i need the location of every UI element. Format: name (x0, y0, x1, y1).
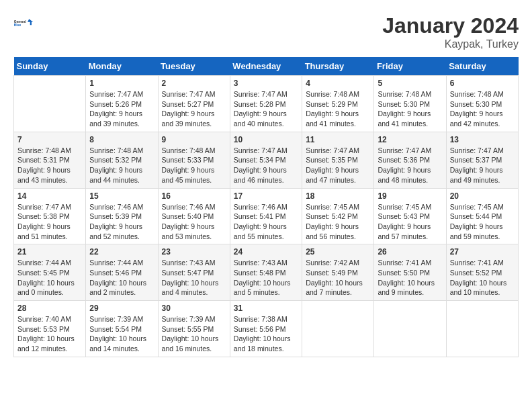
day-number: 12 (378, 135, 442, 144)
day-info: Sunrise: 7:47 AMSunset: 5:34 PMDaylight:… (234, 146, 298, 185)
calendar-cell: 18Sunrise: 7:45 AMSunset: 5:42 PMDayligh… (302, 188, 374, 244)
day-info: Sunrise: 7:48 AMSunset: 5:32 PMDaylight:… (89, 146, 154, 185)
calendar-cell: 20Sunrise: 7:45 AMSunset: 5:44 PMDayligh… (446, 188, 518, 244)
weekday-header-sunday: Sunday (14, 57, 86, 76)
day-number: 6 (450, 79, 515, 88)
calendar-cell: 23Sunrise: 7:43 AMSunset: 5:47 PMDayligh… (158, 244, 230, 301)
calendar-week-row: 21Sunrise: 7:44 AMSunset: 5:45 PMDayligh… (14, 244, 519, 301)
day-number: 13 (450, 135, 515, 144)
calendar-cell: 10Sunrise: 7:47 AMSunset: 5:34 PMDayligh… (230, 132, 302, 188)
day-info: Sunrise: 7:46 AMSunset: 5:41 PMDaylight:… (234, 202, 298, 242)
day-info: Sunrise: 7:45 AMSunset: 5:43 PMDaylight:… (378, 202, 442, 242)
calendar-cell: 12Sunrise: 7:47 AMSunset: 5:36 PMDayligh… (374, 132, 446, 188)
weekday-header-row: SundayMondayTuesdayWednesdayThursdayFrid… (14, 57, 519, 76)
calendar-cell: 4Sunrise: 7:48 AMSunset: 5:29 PMDaylight… (302, 76, 374, 132)
location-subtitle: Kaypak, Turkey (382, 38, 519, 50)
calendar-cell: 24Sunrise: 7:43 AMSunset: 5:48 PMDayligh… (230, 244, 302, 301)
day-number: 19 (378, 191, 442, 201)
weekday-header-wednesday: Wednesday (230, 57, 302, 76)
day-number: 10 (234, 135, 298, 144)
calendar-week-row: 28Sunrise: 7:40 AMSunset: 5:53 PMDayligh… (14, 301, 519, 357)
page-header: GeneralBlue January 2024 Kaypak, Turkey (13, 13, 519, 50)
day-number: 8 (89, 135, 154, 144)
calendar-cell: 22Sunrise: 7:44 AMSunset: 5:46 PMDayligh… (86, 244, 158, 301)
calendar-cell: 17Sunrise: 7:46 AMSunset: 5:41 PMDayligh… (230, 188, 302, 244)
calendar-cell: 29Sunrise: 7:39 AMSunset: 5:54 PMDayligh… (86, 301, 158, 357)
calendar-week-row: 7Sunrise: 7:48 AMSunset: 5:31 PMDaylight… (14, 132, 519, 188)
calendar-cell: 6Sunrise: 7:48 AMSunset: 5:30 PMDaylight… (446, 76, 518, 132)
day-number: 22 (89, 247, 154, 257)
day-number: 30 (162, 304, 226, 313)
svg-text:General: General (14, 20, 26, 24)
month-year-title: January 2024 (382, 13, 519, 38)
calendar-cell (14, 76, 86, 132)
day-number: 11 (306, 135, 370, 144)
day-number: 5 (378, 79, 442, 88)
calendar-cell: 13Sunrise: 7:47 AMSunset: 5:37 PMDayligh… (446, 132, 518, 188)
day-number: 9 (162, 135, 226, 144)
calendar-cell: 25Sunrise: 7:42 AMSunset: 5:49 PMDayligh… (302, 244, 374, 301)
day-number: 21 (17, 247, 82, 257)
calendar-cell: 27Sunrise: 7:41 AMSunset: 5:52 PMDayligh… (446, 244, 518, 301)
day-info: Sunrise: 7:47 AMSunset: 5:26 PMDaylight:… (89, 89, 154, 129)
day-info: Sunrise: 7:39 AMSunset: 5:55 PMDaylight:… (162, 314, 226, 354)
day-number: 7 (17, 135, 82, 144)
calendar-cell: 15Sunrise: 7:46 AMSunset: 5:39 PMDayligh… (86, 188, 158, 244)
day-number: 20 (450, 191, 515, 201)
svg-marker-2 (28, 19, 33, 25)
calendar-cell (374, 301, 446, 357)
calendar-cell: 16Sunrise: 7:46 AMSunset: 5:40 PMDayligh… (158, 188, 230, 244)
calendar-cell (446, 301, 518, 357)
day-info: Sunrise: 7:48 AMSunset: 5:31 PMDaylight:… (17, 146, 82, 185)
day-info: Sunrise: 7:47 AMSunset: 5:38 PMDaylight:… (17, 202, 82, 242)
weekday-header-saturday: Saturday (446, 57, 518, 76)
day-info: Sunrise: 7:44 AMSunset: 5:46 PMDaylight:… (89, 258, 154, 298)
day-info: Sunrise: 7:47 AMSunset: 5:28 PMDaylight:… (234, 89, 298, 129)
day-number: 2 (162, 79, 226, 88)
svg-text:Blue: Blue (14, 24, 21, 27)
day-info: Sunrise: 7:48 AMSunset: 5:30 PMDaylight:… (378, 89, 442, 129)
day-number: 23 (162, 247, 226, 257)
calendar-cell: 28Sunrise: 7:40 AMSunset: 5:53 PMDayligh… (14, 301, 86, 357)
logo-icon: GeneralBlue (13, 13, 34, 34)
day-info: Sunrise: 7:42 AMSunset: 5:49 PMDaylight:… (306, 258, 370, 298)
day-number: 18 (306, 191, 370, 201)
weekday-header-tuesday: Tuesday (158, 57, 230, 76)
day-number: 25 (306, 247, 370, 257)
day-number: 27 (450, 247, 515, 257)
day-info: Sunrise: 7:48 AMSunset: 5:30 PMDaylight:… (450, 89, 515, 129)
calendar-cell: 9Sunrise: 7:48 AMSunset: 5:33 PMDaylight… (158, 132, 230, 188)
calendar-cell: 30Sunrise: 7:39 AMSunset: 5:55 PMDayligh… (158, 301, 230, 357)
day-number: 14 (17, 191, 82, 201)
calendar-cell: 26Sunrise: 7:41 AMSunset: 5:50 PMDayligh… (374, 244, 446, 301)
calendar-table: SundayMondayTuesdayWednesdayThursdayFrid… (13, 57, 519, 357)
day-info: Sunrise: 7:47 AMSunset: 5:37 PMDaylight:… (450, 146, 515, 185)
day-number: 4 (306, 79, 370, 88)
day-info: Sunrise: 7:41 AMSunset: 5:50 PMDaylight:… (378, 258, 442, 298)
weekday-header-thursday: Thursday (302, 57, 374, 76)
day-info: Sunrise: 7:43 AMSunset: 5:47 PMDaylight:… (162, 258, 226, 298)
calendar-cell: 2Sunrise: 7:47 AMSunset: 5:27 PMDaylight… (158, 76, 230, 132)
day-info: Sunrise: 7:48 AMSunset: 5:29 PMDaylight:… (306, 89, 370, 129)
day-info: Sunrise: 7:47 AMSunset: 5:35 PMDaylight:… (306, 146, 370, 185)
day-info: Sunrise: 7:44 AMSunset: 5:45 PMDaylight:… (17, 258, 82, 298)
day-info: Sunrise: 7:48 AMSunset: 5:33 PMDaylight:… (162, 146, 226, 185)
calendar-cell: 5Sunrise: 7:48 AMSunset: 5:30 PMDaylight… (374, 76, 446, 132)
day-number: 24 (234, 247, 298, 257)
day-number: 17 (234, 191, 298, 201)
day-info: Sunrise: 7:46 AMSunset: 5:40 PMDaylight:… (162, 202, 226, 242)
day-info: Sunrise: 7:47 AMSunset: 5:27 PMDaylight:… (162, 89, 226, 129)
calendar-cell: 1Sunrise: 7:47 AMSunset: 5:26 PMDaylight… (86, 76, 158, 132)
calendar-cell: 31Sunrise: 7:38 AMSunset: 5:56 PMDayligh… (230, 301, 302, 357)
day-number: 28 (17, 304, 82, 313)
day-info: Sunrise: 7:45 AMSunset: 5:42 PMDaylight:… (306, 202, 370, 242)
weekday-header-monday: Monday (86, 57, 158, 76)
day-info: Sunrise: 7:43 AMSunset: 5:48 PMDaylight:… (234, 258, 298, 298)
day-number: 15 (89, 191, 154, 201)
day-number: 3 (234, 79, 298, 88)
day-info: Sunrise: 7:45 AMSunset: 5:44 PMDaylight:… (450, 202, 515, 242)
weekday-header-friday: Friday (374, 57, 446, 76)
day-info: Sunrise: 7:46 AMSunset: 5:39 PMDaylight:… (89, 202, 154, 242)
day-number: 26 (378, 247, 442, 257)
day-info: Sunrise: 7:41 AMSunset: 5:52 PMDaylight:… (450, 258, 515, 298)
